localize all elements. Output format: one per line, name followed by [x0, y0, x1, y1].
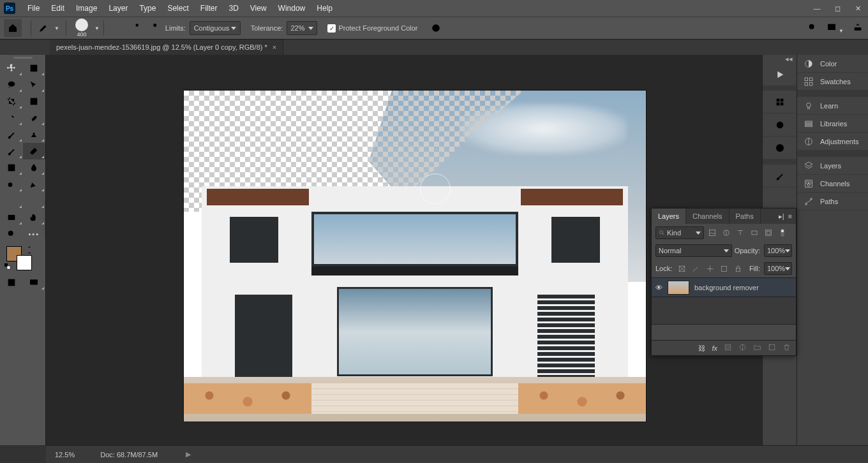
type-tool[interactable]	[0, 193, 23, 209]
lasso-tool[interactable]	[0, 77, 23, 93]
path-select-tool[interactable]	[23, 193, 46, 209]
layer-filter-kind[interactable]: Kind	[655, 226, 704, 239]
panel-color[interactable]: Color	[797, 55, 868, 73]
history-panel-icon[interactable]	[763, 91, 797, 114]
group-icon[interactable]	[753, 343, 761, 353]
menu-help[interactable]: Help	[311, 4, 338, 13]
document-tab[interactable]: pexels-juan-mendez-1536619.jpg @ 12.5% (…	[50, 40, 283, 55]
tolerance-input[interactable]: 22%	[287, 21, 317, 35]
pen-tool[interactable]	[23, 176, 46, 193]
workspace-switcher-icon[interactable]: ▼	[827, 22, 844, 34]
paragraph-panel-icon[interactable]	[763, 187, 797, 210]
sampling-swatch-icon[interactable]	[145, 20, 160, 36]
quick-mask-icon[interactable]	[0, 274, 23, 291]
lock-artboard-icon[interactable]	[718, 263, 730, 274]
lock-image-icon[interactable]	[690, 263, 701, 274]
history-brush-tool[interactable]	[0, 143, 23, 159]
close-tab-icon[interactable]: ×	[273, 43, 276, 51]
share-icon[interactable]	[853, 22, 863, 34]
swap-colors-icon[interactable]	[26, 246, 33, 254]
move-tool[interactable]	[0, 60, 23, 77]
visibility-eye-icon[interactable]: 👁	[655, 284, 662, 291]
window-minimize[interactable]: —	[807, 0, 827, 17]
background-color-swatch[interactable]	[17, 255, 32, 270]
quick-select-tool[interactable]	[23, 77, 46, 93]
screen-mode-icon[interactable]	[23, 274, 46, 291]
frame-tool[interactable]	[23, 93, 46, 110]
filter-type-icon[interactable]	[735, 227, 746, 239]
adjustment-layer-icon[interactable]	[738, 343, 747, 353]
blur-tool[interactable]	[23, 159, 46, 176]
dodge-tool[interactable]	[0, 176, 23, 193]
lock-all-icon[interactable]	[732, 263, 744, 274]
current-tool-indicator[interactable]: ▼	[35, 22, 62, 34]
fx-icon[interactable]: fx	[712, 344, 717, 352]
filter-adjust-icon[interactable]	[721, 227, 732, 239]
hand-tool[interactable]	[23, 209, 46, 226]
brush-tool[interactable]	[0, 126, 23, 143]
filter-toggle[interactable]	[777, 227, 788, 239]
panel-expand-icon[interactable]: ▸|	[779, 212, 784, 221]
paths-tab[interactable]: Paths	[730, 209, 761, 224]
lock-transparency-icon[interactable]	[676, 263, 687, 274]
panel-swatches[interactable]: Swatches	[797, 73, 868, 91]
brush-settings-icon[interactable]	[763, 165, 797, 187]
properties-panel-icon[interactable]	[763, 114, 797, 136]
menu-window[interactable]: Window	[273, 4, 311, 13]
layer-thumbnail[interactable]	[668, 281, 689, 295]
clone-stamp-tool[interactable]	[23, 126, 46, 143]
home-button[interactable]	[4, 19, 22, 37]
blend-mode-dropdown[interactable]: Normal	[655, 244, 732, 257]
default-colors-icon[interactable]	[4, 263, 11, 270]
fill-input[interactable]: 100%	[764, 262, 792, 275]
panel-layers[interactable]: Layers	[797, 157, 868, 175]
info-panel-icon[interactable]	[763, 136, 797, 159]
new-layer-icon[interactable]	[768, 343, 776, 353]
search-icon[interactable]	[807, 22, 818, 34]
zoom-level[interactable]: 12.5%	[55, 451, 75, 459]
protect-fg-checkbox[interactable]: ✓Protect Foreground Color	[327, 24, 417, 33]
eyedropper-tool[interactable]	[0, 110, 23, 126]
opacity-input[interactable]: 100%	[764, 244, 792, 257]
sampling-continuous-icon[interactable]	[109, 20, 124, 36]
window-close[interactable]: ✕	[848, 0, 868, 17]
menu-file[interactable]: File	[22, 4, 45, 13]
menu-view[interactable]: View	[244, 4, 273, 13]
panel-paths[interactable]: Paths	[797, 193, 868, 210]
layer-item[interactable]: 👁 background remover	[652, 278, 796, 297]
filter-pixel-icon[interactable]	[707, 227, 718, 239]
panel-learn[interactable]: Learn	[797, 97, 868, 115]
eraser-tool[interactable]	[23, 143, 46, 159]
document-canvas[interactable]	[184, 91, 646, 422]
limits-dropdown[interactable]: Contiguous	[190, 21, 241, 35]
play-action-icon[interactable]	[763, 64, 797, 85]
link-layers-icon[interactable]: ⛓	[698, 344, 705, 352]
crop-tool[interactable]	[0, 93, 23, 110]
brush-preset-picker[interactable]: 400	[70, 18, 93, 38]
panel-menu-icon[interactable]: ≡	[788, 212, 792, 220]
menu-select[interactable]: Select	[161, 4, 194, 13]
window-maximize[interactable]: ◻	[827, 0, 848, 17]
layer-name[interactable]: background remover	[694, 284, 759, 291]
mask-icon[interactable]	[724, 343, 732, 353]
menu-filter[interactable]: Filter	[195, 4, 223, 13]
more-tools[interactable]: •••	[23, 226, 46, 242]
filter-shape-icon[interactable]	[749, 227, 760, 239]
rectangle-tool[interactable]	[0, 209, 23, 226]
panel-channels[interactable]: Channels	[797, 175, 868, 193]
menu-layer[interactable]: Layer	[103, 4, 133, 13]
menu-image[interactable]: Image	[70, 4, 103, 13]
gradient-tool[interactable]	[0, 159, 23, 176]
pressure-icon[interactable]	[428, 20, 444, 36]
doc-info-caret[interactable]: ▶	[186, 450, 191, 459]
zoom-tool[interactable]	[0, 226, 23, 242]
panel-libraries[interactable]: Libraries	[797, 115, 868, 133]
expand-panels-icon[interactable]: ◂◂	[763, 55, 797, 64]
healing-tool[interactable]	[23, 110, 46, 126]
filter-smart-icon[interactable]	[763, 227, 774, 239]
menu-type[interactable]: Type	[133, 4, 161, 13]
menu-edit[interactable]: Edit	[45, 4, 70, 13]
layers-tab[interactable]: Layers	[652, 209, 686, 224]
marquee-tool[interactable]	[23, 60, 46, 77]
sampling-once-icon[interactable]	[127, 20, 142, 36]
